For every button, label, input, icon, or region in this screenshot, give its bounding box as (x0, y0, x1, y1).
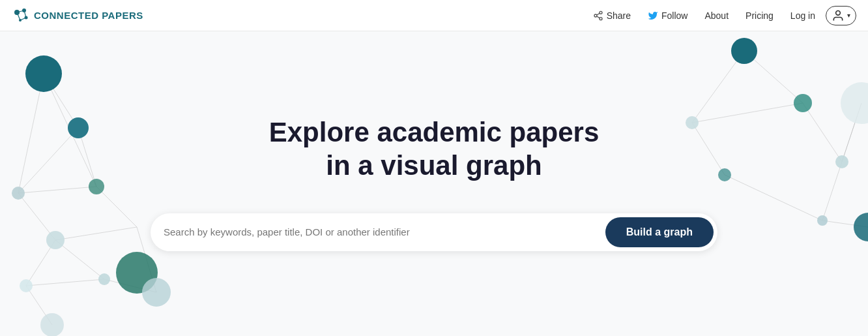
svg-line-43 (692, 123, 725, 175)
svg-point-29 (25, 55, 62, 92)
share-button[interactable]: Share (586, 7, 637, 25)
svg-line-15 (18, 74, 44, 193)
share-icon (593, 10, 603, 21)
svg-line-24 (55, 240, 104, 279)
svg-line-18 (18, 128, 78, 193)
logo-icon (12, 7, 29, 24)
hero-section: Explore academic papers in a visual grap… (0, 31, 868, 336)
about-link[interactable]: About (698, 7, 735, 25)
user-icon (832, 9, 845, 22)
svg-point-34 (46, 231, 65, 249)
search-input[interactable] (164, 226, 605, 237)
pricing-link[interactable]: Pricing (739, 7, 780, 25)
svg-point-33 (12, 187, 25, 200)
svg-line-47 (725, 175, 822, 221)
svg-point-49 (731, 38, 757, 64)
search-bar: Build a graph (151, 213, 717, 251)
twitter-icon (648, 10, 658, 21)
svg-point-50 (794, 94, 812, 112)
nav-right: Share Follow About Pricing Log in ▾ (586, 6, 856, 25)
svg-point-31 (68, 117, 89, 138)
svg-point-32 (89, 179, 104, 194)
chevron-down-icon: ▾ (847, 12, 850, 19)
svg-point-37 (40, 313, 64, 336)
hero-title: Explore academic papers in a visual grap… (269, 116, 600, 182)
svg-point-13 (836, 10, 841, 15)
build-graph-button[interactable]: Build a graph (605, 217, 714, 247)
svg-point-54 (718, 168, 731, 181)
svg-point-38 (142, 278, 171, 307)
user-menu-button[interactable]: ▾ (826, 6, 856, 25)
navbar: CONNECTED PAPERS Share Follow About Pric… (0, 0, 868, 31)
svg-point-36 (98, 273, 110, 285)
svg-line-42 (692, 103, 803, 123)
svg-line-25 (26, 279, 104, 286)
follow-button[interactable]: Follow (641, 7, 694, 25)
logo-text: CONNECTED PAPERS (34, 10, 143, 21)
svg-point-9 (594, 14, 597, 17)
svg-point-35 (20, 279, 33, 292)
graph-decoration-right (620, 31, 868, 336)
svg-line-19 (18, 187, 96, 193)
svg-point-53 (686, 116, 699, 129)
follow-label: Follow (661, 10, 687, 21)
hero-title-line2: in a visual graph (326, 150, 542, 181)
svg-point-52 (841, 82, 868, 124)
hero-title-line1: Explore academic papers (269, 117, 600, 147)
logo-link[interactable]: CONNECTED PAPERS (12, 7, 143, 24)
svg-line-22 (55, 227, 137, 240)
svg-line-12 (596, 13, 600, 15)
svg-point-56 (854, 213, 868, 241)
graph-decoration-left (0, 31, 209, 336)
svg-point-55 (817, 215, 828, 226)
svg-point-8 (600, 11, 602, 14)
svg-line-20 (96, 187, 137, 227)
login-link[interactable]: Log in (784, 7, 822, 25)
svg-point-51 (835, 155, 848, 168)
svg-line-11 (596, 16, 600, 18)
svg-line-40 (692, 51, 744, 123)
share-label: Share (607, 10, 631, 21)
svg-point-10 (600, 17, 602, 20)
svg-line-41 (803, 103, 842, 162)
svg-line-44 (822, 162, 842, 221)
